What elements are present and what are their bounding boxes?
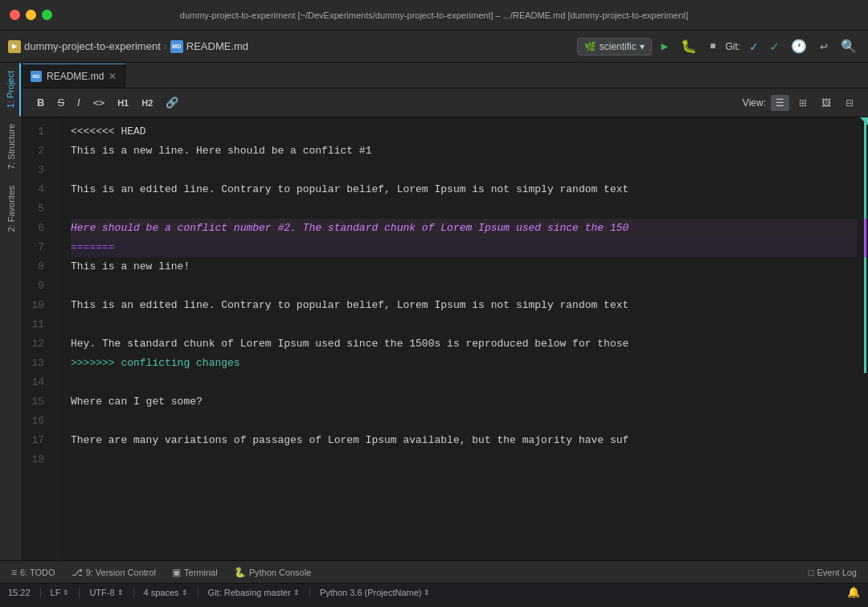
view-list-button[interactable]: ☰ [771, 95, 789, 111]
corner-mark [860, 117, 868, 125]
conflict-bar-green-1 [864, 122, 866, 219]
indent-arrow: ⇕ [182, 589, 188, 597]
event-log-tab[interactable]: □ Event Log [802, 565, 863, 580]
debug-button[interactable]: 🐛 [678, 37, 700, 56]
code-line: >>>>>>> conflicting changes [71, 354, 857, 373]
line-number: 4 [23, 180, 51, 199]
todo-tab[interactable]: ≡ 6: TODO [5, 564, 62, 580]
line-number: 2 [23, 141, 51, 161]
code-editor[interactable]: 123456789101112131415161718 <<<<<<< HEAD… [23, 117, 868, 560]
version-control-icon: ⎇ [72, 567, 83, 578]
file-icon: MD [170, 40, 183, 53]
breadcrumb-file-label: README.md [186, 40, 248, 52]
line-col-status[interactable]: 15:22 [8, 588, 31, 597]
event-log-label: Event Log [817, 568, 857, 577]
indent-value: 4 spaces [144, 588, 179, 597]
conflict-bar-green-2 [864, 257, 866, 373]
close-button[interactable] [10, 10, 20, 20]
minimize-button[interactable] [26, 10, 36, 20]
breadcrumb-separator: › [164, 41, 167, 52]
right-gutter [857, 117, 868, 560]
sidebar-item-project[interactable]: 1: Project [2, 63, 21, 116]
view-image-button[interactable]: 🖼 [817, 95, 836, 111]
window-title: dummy-project-to-experiment [~/DevExperi… [180, 10, 688, 20]
code-button[interactable]: <> [88, 95, 109, 111]
toolbar: ▶ dummy-project-to-experiment › MD READM… [0, 31, 868, 63]
line-number: 9 [23, 277, 51, 296]
code-line [71, 161, 857, 180]
link-button[interactable]: 🔗 [161, 94, 183, 111]
git-label: Git: [725, 41, 740, 52]
git-revert-icon[interactable]: ↩ [817, 37, 831, 56]
view-controls: View: ☰ ⊞ 🖼 ⊟ [743, 95, 858, 111]
sidebar-item-structure[interactable]: 7: Structure [2, 116, 20, 178]
view-split-button[interactable]: ⊞ [794, 95, 812, 111]
status-separator-3 [133, 588, 134, 597]
maximize-button[interactable] [42, 10, 52, 20]
line-number: 1 [23, 122, 51, 141]
line-number: 13 [23, 354, 51, 373]
bold-button[interactable]: B [32, 94, 49, 111]
scientific-button[interactable]: 🌿 scientific ▾ [577, 38, 652, 55]
python-status[interactable]: Python 3.6 (ProjectName) ⇕ [320, 588, 431, 597]
code-line [71, 315, 857, 334]
breadcrumb: ▶ dummy-project-to-experiment › MD READM… [8, 40, 572, 53]
markdown-toolbar: B S I <> H1 H2 🔗 View: ☰ ⊞ 🖼 ⊟ [23, 88, 868, 117]
code-line: ======= [71, 238, 857, 257]
encoding-arrow: ⇕ [117, 589, 124, 597]
terminal-icon: ▣ [172, 567, 181, 578]
breadcrumb-folder[interactable]: ▶ dummy-project-to-experiment [8, 40, 161, 53]
todo-label: 6: TODO [20, 568, 55, 577]
line-ending-status[interactable]: LF ⇕ [51, 588, 70, 597]
version-control-tab[interactable]: ⎇ 9: Version Control [65, 564, 162, 580]
line-number: 3 [23, 161, 51, 180]
line-number: 5 [23, 199, 51, 219]
code-line: Hey. The standard chunk of Lorem Ipsum u… [71, 334, 857, 354]
git-history-icon[interactable]: 🕐 [788, 37, 810, 56]
terminal-tab[interactable]: ▣ Terminal [166, 564, 224, 580]
italic-button[interactable]: I [72, 94, 85, 111]
indent-status[interactable]: 4 spaces ⇕ [144, 588, 188, 597]
run-button[interactable]: ▶ [658, 38, 671, 55]
status-separator-1 [40, 588, 41, 597]
bottom-toolbar: ≡ 6: TODO ⎇ 9: Version Control ▣ Termina… [0, 560, 868, 583]
todo-icon: ≡ [11, 567, 17, 578]
python-console-label: Python Console [249, 568, 312, 577]
line-number: 15 [23, 392, 51, 412]
h1-button[interactable]: H1 [113, 96, 133, 110]
breadcrumb-file[interactable]: MD README.md [170, 40, 248, 53]
readme-tab[interactable]: MD README.md ✕ [23, 64, 125, 88]
folder-icon: ▶ [8, 40, 21, 53]
view-table-button[interactable]: ⊟ [841, 95, 858, 111]
code-line: This is an edited line. Contrary to popu… [71, 180, 857, 199]
editor-tabs: MD README.md ✕ [23, 63, 868, 88]
line-ending-arrow: ⇕ [63, 589, 69, 597]
h2-button[interactable]: H2 [137, 96, 158, 110]
line-number: 11 [23, 315, 51, 334]
status-separator-5 [309, 588, 310, 597]
line-col-value: 15:22 [8, 588, 31, 597]
line-number: 6 [23, 219, 51, 238]
line-number: 17 [23, 431, 51, 450]
python-icon: 🐍 [234, 567, 246, 578]
stop-button[interactable]: ■ [706, 39, 719, 54]
search-icon[interactable]: 🔍 [837, 37, 860, 56]
line-number: 14 [23, 373, 51, 392]
python-console-tab[interactable]: 🐍 Python Console [227, 564, 318, 580]
tab-close-button[interactable]: ✕ [108, 71, 117, 82]
python-status-value: Python 3.6 (ProjectName) [320, 588, 422, 597]
line-ending-value: LF [51, 588, 61, 597]
toolbar-right: 🌿 scientific ▾ ▶ 🐛 ■ Git: ✓ ✓ 🕐 ↩ 🔍 [577, 37, 860, 56]
git-ok-icon[interactable]: ✓ [768, 37, 782, 56]
encoding-status[interactable]: UTF-8 ⇕ [89, 588, 123, 597]
status-separator-4 [198, 588, 199, 597]
strikethrough-button[interactable]: S [52, 94, 69, 111]
line-numbers: 123456789101112131415161718 [23, 117, 58, 560]
git-check-icon[interactable]: ✓ [747, 37, 761, 56]
sidebar-item-favorites[interactable]: 2: Favorites [2, 178, 20, 240]
notifications-status[interactable]: 🔔 [847, 586, 860, 598]
tab-label: README.md [47, 71, 104, 82]
git-status[interactable]: Git: Rebasing master ⇕ [208, 588, 300, 597]
code-content[interactable]: <<<<<<< HEAD This is a new line. Here sh… [58, 117, 857, 560]
code-line [71, 199, 857, 219]
